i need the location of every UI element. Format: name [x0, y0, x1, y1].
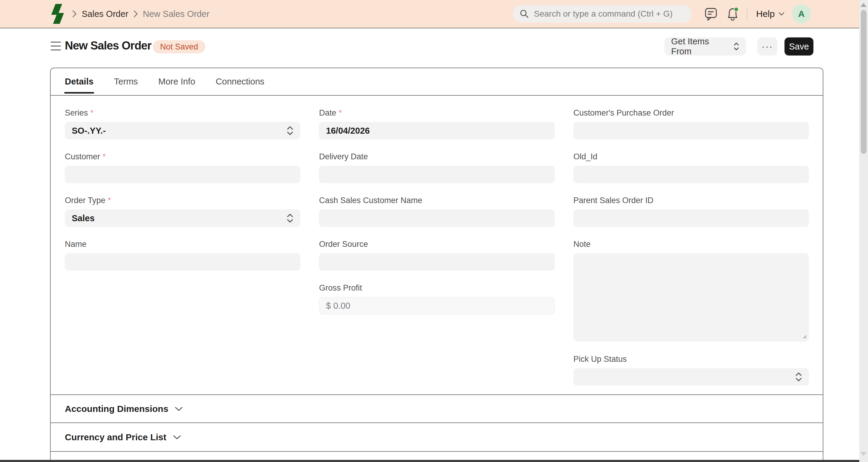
field-old-id: Old_Id: [574, 152, 809, 183]
select-chevrons-icon: [795, 372, 802, 382]
form-column-2: Date* Delivery Date Cash Sales Customer …: [319, 108, 554, 395]
note-textarea[interactable]: [574, 253, 809, 342]
scrollbar[interactable]: [859, 0, 868, 462]
breadcrumb: Sales Order New Sales Order: [72, 0, 210, 28]
tab-more-info[interactable]: More Info: [158, 68, 195, 95]
delivery-date-input[interactable]: [319, 166, 554, 183]
chevron-up-down-icon: [734, 41, 739, 51]
chat-icon: [704, 7, 718, 21]
get-items-from-button[interactable]: Get Items From: [664, 37, 746, 56]
customer-input[interactable]: [65, 166, 300, 183]
pick-up-status-select[interactable]: [574, 368, 809, 386]
menu-icon[interactable]: [51, 41, 61, 50]
search-bar[interactable]: [513, 5, 692, 23]
field-customers-purchase-order: Customer's Purchase Order: [574, 108, 809, 139]
avatar-initial: A: [798, 9, 805, 19]
section-currency-and-price-list[interactable]: Currency and Price List: [51, 423, 823, 451]
window-bottom-edge: [0, 460, 868, 462]
form-column-1: Series* SO-.YY.- Customer* Order Type*: [65, 108, 300, 395]
scrollbar-up-arrow-icon[interactable]: [861, 3, 867, 7]
tab-details[interactable]: Details: [65, 68, 93, 95]
field-label: Gross Profit: [319, 283, 554, 293]
select-chevrons-icon: [287, 125, 293, 136]
page-title: New Sales Order: [65, 39, 151, 52]
field-customer: Customer*: [65, 152, 300, 183]
resize-handle-icon[interactable]: [802, 334, 807, 339]
field-order-type: Order Type* Sales: [65, 196, 300, 227]
notifications-button[interactable]: [725, 7, 740, 21]
field-series: Series* SO-.YY.-: [65, 108, 300, 139]
field-parent-sales-order-id: Parent Sales Order ID: [574, 196, 809, 227]
app-logo-icon[interactable]: [50, 4, 64, 24]
tab-terms[interactable]: Terms: [114, 68, 138, 95]
bell-icon: [726, 7, 740, 21]
search-icon: [520, 9, 529, 19]
field-label: Parent Sales Order ID: [574, 196, 809, 205]
notification-dot: [734, 7, 738, 11]
required-marker: *: [108, 196, 111, 205]
scrollbar-thumb[interactable]: [861, 10, 867, 154]
name-input[interactable]: [65, 253, 300, 271]
user-avatar[interactable]: A: [792, 4, 811, 24]
breadcrumb-sales-order[interactable]: Sales Order: [82, 9, 128, 19]
breadcrumb-current: New Sales Order: [143, 9, 210, 19]
top-navbar: Sales Order New Sales Order: [0, 0, 868, 28]
field-label: Delivery Date: [319, 152, 554, 162]
details-section: Series* SO-.YY.- Customer* Order Type*: [51, 96, 823, 395]
field-label: Old_Id: [574, 152, 809, 162]
field-label: Name: [65, 239, 300, 249]
chat-button[interactable]: [704, 7, 718, 21]
cash-sales-customer-name-input[interactable]: [319, 209, 554, 227]
field-label: Order Type*: [65, 196, 300, 205]
field-name: Name: [65, 239, 300, 271]
parent-sales-order-id-input[interactable]: [574, 209, 809, 227]
more-actions-button[interactable]: ···: [757, 37, 777, 56]
help-label: Help: [756, 9, 775, 19]
field-label: Cash Sales Customer Name: [319, 196, 554, 205]
form-column-3: Customer's Purchase Order Old_Id Parent …: [574, 108, 809, 395]
chevron-down-icon: [173, 435, 181, 440]
required-marker: *: [90, 108, 94, 117]
field-label: Pick Up Status: [574, 354, 809, 364]
gross-profit-value: $ 0.00: [319, 297, 554, 314]
section-divider: [51, 451, 823, 452]
old-id-input[interactable]: [574, 166, 809, 183]
field-cash-sales-customer-name: Cash Sales Customer Name: [319, 196, 554, 227]
tab-connections[interactable]: Connections: [216, 68, 265, 95]
series-value: SO-.YY.-: [72, 126, 106, 136]
navbar-divider: [747, 7, 747, 21]
get-items-from-label: Get Items From: [671, 36, 728, 56]
search-input[interactable]: [533, 9, 687, 19]
series-select[interactable]: SO-.YY.-: [65, 122, 300, 139]
field-label: Series*: [65, 108, 300, 118]
date-input[interactable]: [319, 122, 554, 139]
chevron-right-icon: [72, 10, 76, 18]
field-delivery-date: Delivery Date: [319, 152, 554, 183]
field-note: Note: [574, 239, 809, 342]
status-badge: Not Saved: [153, 40, 205, 53]
scrollbar-down-arrow-icon[interactable]: [861, 452, 867, 456]
required-marker: *: [102, 152, 106, 161]
field-label: Date*: [319, 108, 554, 118]
order-source-input[interactable]: [319, 253, 554, 271]
chevron-down-icon: [778, 12, 784, 16]
help-dropdown[interactable]: Help: [756, 0, 784, 28]
tab-bar: Details Terms More Info Connections: [51, 68, 823, 96]
form-card: Details Terms More Info Connections Seri…: [50, 67, 824, 460]
chevron-down-icon: [175, 406, 183, 411]
chevron-right-icon: [133, 10, 138, 18]
save-button[interactable]: Save: [784, 37, 813, 56]
order-type-select[interactable]: Sales: [65, 209, 300, 227]
customers-purchase-order-input[interactable]: [574, 122, 809, 139]
ellipsis-icon: ···: [762, 41, 773, 52]
field-label: Note: [574, 239, 809, 249]
section-accounting-dimensions[interactable]: Accounting Dimensions: [51, 395, 823, 423]
field-label: Customer's Purchase Order: [574, 108, 809, 118]
field-label: Customer*: [65, 152, 300, 162]
section-title: Accounting Dimensions: [65, 404, 168, 414]
order-type-value: Sales: [72, 213, 95, 223]
field-gross-profit: Gross Profit $ 0.00: [319, 283, 554, 314]
field-date: Date*: [319, 108, 554, 139]
sales-order-page: Sales Order New Sales Order: [0, 0, 868, 462]
field-pick-up-status: Pick Up Status: [574, 354, 809, 386]
